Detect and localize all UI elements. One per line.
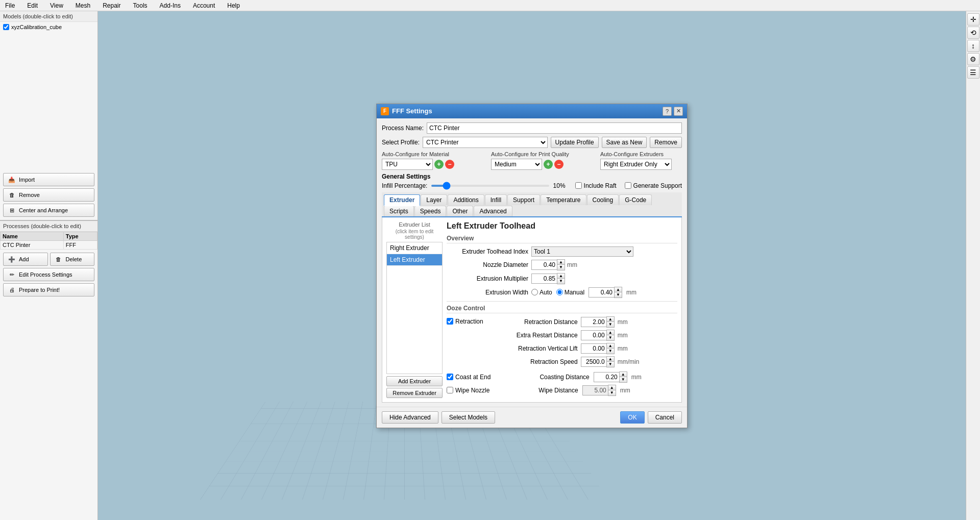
menu-help[interactable]: Help xyxy=(224,1,243,10)
nozzle-down-btn[interactable]: ▼ xyxy=(557,265,565,270)
menu-mesh[interactable]: Mesh xyxy=(72,1,93,10)
extrusion-auto-label[interactable]: Auto xyxy=(531,289,552,296)
extra-restart-input[interactable] xyxy=(581,330,606,340)
coast-up[interactable]: ▲ xyxy=(620,372,627,377)
remove-profile-button[interactable]: Remove xyxy=(650,137,682,148)
tab-additions[interactable]: Additions xyxy=(448,194,484,205)
tab-other[interactable]: Other xyxy=(447,206,473,216)
model-item[interactable]: xyzCalibration_cube xyxy=(1,23,96,31)
toolbar-btn-5[interactable]: ☰ xyxy=(967,66,979,79)
width-down-btn[interactable]: ▼ xyxy=(615,292,622,298)
coasting-distance-input[interactable] xyxy=(594,372,619,382)
include-raft-checkbox[interactable] xyxy=(575,182,582,189)
wipe-down[interactable]: ▼ xyxy=(608,390,616,395)
quality-remove-button[interactable]: − xyxy=(554,160,564,169)
nozzle-up-btn[interactable]: ▲ xyxy=(557,260,565,265)
extrusion-width-input[interactable] xyxy=(589,287,614,298)
ret-speed-down[interactable]: ▼ xyxy=(607,362,614,367)
menu-repair[interactable]: Repair xyxy=(100,1,124,10)
menu-edit[interactable]: Edit xyxy=(24,1,41,10)
menu-file[interactable]: File xyxy=(2,1,18,10)
extrusion-auto-radio[interactable] xyxy=(531,289,538,295)
width-up-btn[interactable]: ▲ xyxy=(615,287,622,292)
retraction-label[interactable]: Retraction xyxy=(447,318,483,325)
tab-scripts[interactable]: Scripts xyxy=(384,206,414,216)
select-models-button[interactable]: Select Models xyxy=(442,411,495,424)
wipe-up[interactable]: ▲ xyxy=(608,385,616,390)
hide-advanced-button[interactable]: Hide Advanced xyxy=(382,411,438,424)
generate-support-checkbox[interactable] xyxy=(625,182,631,189)
material-select[interactable]: TPU xyxy=(382,159,433,170)
multiplier-up-btn[interactable]: ▲ xyxy=(557,274,565,279)
tab-gcode[interactable]: G-Code xyxy=(619,194,652,205)
material-add-button[interactable]: + xyxy=(434,160,444,169)
extra-down[interactable]: ▼ xyxy=(607,335,614,340)
tab-cooling[interactable]: Cooling xyxy=(587,194,619,205)
tab-support[interactable]: Support xyxy=(507,194,540,205)
prepare-to-print-button[interactable]: 🖨 Prepare to Print! xyxy=(3,283,94,296)
tab-extruder[interactable]: Extruder xyxy=(384,194,420,206)
ret-dist-down[interactable]: ▼ xyxy=(607,322,614,327)
quality-add-button[interactable]: + xyxy=(544,160,553,169)
retraction-vertical-input[interactable] xyxy=(581,343,606,354)
toolbar-btn-4[interactable]: ⚙ xyxy=(967,53,979,65)
coast-at-end-checkbox[interactable] xyxy=(447,374,453,380)
remove-button[interactable]: 🗑 Remove xyxy=(3,188,94,202)
retraction-checkbox[interactable] xyxy=(447,318,453,325)
extrusion-manual-radio[interactable] xyxy=(556,289,563,295)
save-as-new-button[interactable]: Save as New xyxy=(602,137,647,148)
remove-extruder-button[interactable]: Remove Extruder xyxy=(386,388,443,398)
cancel-button[interactable]: Cancel xyxy=(648,411,682,424)
ret-vert-up[interactable]: ▲ xyxy=(607,343,614,349)
infill-slider[interactable] xyxy=(431,185,549,187)
wipe-nozzle-label[interactable]: Wipe Nozzle xyxy=(447,387,489,394)
update-profile-button[interactable]: Update Profile xyxy=(551,137,599,148)
extrusion-multiplier-input[interactable] xyxy=(531,274,557,284)
ret-dist-up[interactable]: ▲ xyxy=(607,317,614,322)
tab-speeds[interactable]: Speeds xyxy=(414,206,447,216)
retraction-speed-input[interactable] xyxy=(581,357,606,367)
material-remove-button[interactable]: − xyxy=(445,160,454,169)
quality-select[interactable]: Medium xyxy=(491,159,542,170)
menu-addins[interactable]: Add-Ins xyxy=(157,1,184,10)
model-checkbox[interactable] xyxy=(3,24,9,30)
add-extruder-button[interactable]: Add Extruder xyxy=(386,376,443,386)
select-profile-dropdown[interactable]: CTC Printer xyxy=(423,137,548,148)
tab-infill[interactable]: Infill xyxy=(485,194,507,205)
toolhead-index-select[interactable]: Tool 1 xyxy=(531,246,633,257)
menu-tools[interactable]: Tools xyxy=(130,1,151,10)
multiplier-down-btn[interactable]: ▼ xyxy=(557,279,565,284)
nozzle-diameter-input[interactable] xyxy=(531,260,557,270)
retraction-distance-input[interactable] xyxy=(581,317,606,327)
extra-up[interactable]: ▲ xyxy=(607,330,614,335)
add-process-button[interactable]: ➕ Add xyxy=(3,253,48,266)
extruder-item-right[interactable]: Right Extruder xyxy=(387,242,442,254)
delete-process-button[interactable]: 🗑 Delete xyxy=(50,253,95,266)
generate-support-label[interactable]: Generate Support xyxy=(625,182,682,189)
ret-speed-up[interactable]: ▲ xyxy=(607,357,614,362)
menu-view[interactable]: View xyxy=(47,1,66,10)
toolbar-btn-1[interactable]: ✛ xyxy=(967,13,979,26)
ret-vert-down[interactable]: ▼ xyxy=(607,349,614,354)
toolbar-btn-2[interactable]: ⟲ xyxy=(967,27,979,39)
wipe-distance-input[interactable] xyxy=(582,385,608,395)
import-button[interactable]: 📥 Import xyxy=(3,173,94,186)
help-button[interactable]: ? xyxy=(663,107,672,116)
tab-advanced[interactable]: Advanced xyxy=(474,206,512,216)
process-row[interactable]: CTC Pinter FFF xyxy=(1,241,97,250)
coast-at-end-label[interactable]: Coast at End xyxy=(447,374,491,381)
ok-button[interactable]: OK xyxy=(620,411,644,424)
wipe-nozzle-checkbox[interactable] xyxy=(447,387,453,393)
tab-temperature[interactable]: Temperature xyxy=(541,194,586,205)
include-raft-label[interactable]: Include Raft xyxy=(575,182,617,189)
tab-layer[interactable]: Layer xyxy=(421,194,447,205)
menu-account[interactable]: Account xyxy=(190,1,218,10)
center-arrange-button[interactable]: ⊞ Center and Arrange xyxy=(3,204,94,217)
process-name-input[interactable] xyxy=(427,122,682,134)
toolbar-btn-3[interactable]: ↕ xyxy=(967,40,979,52)
close-button[interactable]: ✕ xyxy=(674,107,683,116)
coast-down[interactable]: ▼ xyxy=(620,377,627,382)
extrusion-manual-label[interactable]: Manual xyxy=(556,289,584,296)
extruders-select[interactable]: Right Extruder Only xyxy=(600,159,672,170)
edit-process-settings-button[interactable]: ✏ Edit Process Settings xyxy=(3,268,94,281)
